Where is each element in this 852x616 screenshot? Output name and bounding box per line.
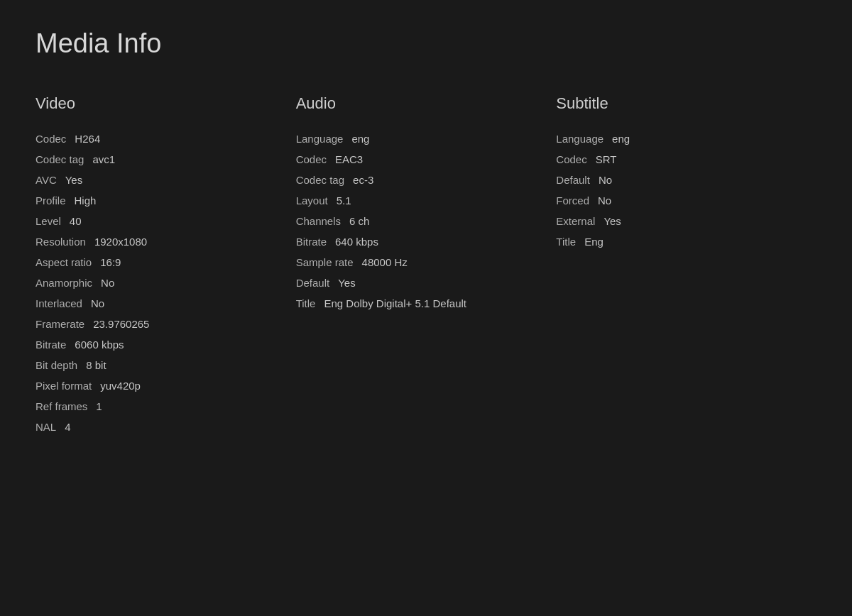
table-row: Ref frames1 <box>36 400 296 412</box>
info-value: yuv420p <box>100 380 141 392</box>
video-column: Video CodecH264Codec tagavc1AVCYesProfil… <box>36 94 296 441</box>
info-label: Bit depth <box>36 359 77 371</box>
table-row: AVCYes <box>36 174 296 186</box>
table-row: Languageeng <box>296 133 557 145</box>
info-value: 48000 Hz <box>362 256 408 268</box>
info-value: SRT <box>596 153 617 165</box>
info-label: Sample rate <box>296 256 354 268</box>
main-columns: Video CodecH264Codec tagavc1AVCYesProfil… <box>36 94 816 441</box>
info-label: Codec <box>556 153 586 165</box>
page-title: Media Info <box>36 28 816 59</box>
table-row: AnamorphicNo <box>36 277 296 289</box>
table-row: CodecSRT <box>556 153 816 165</box>
info-value: No <box>91 297 104 309</box>
info-label: Language <box>296 133 344 145</box>
info-value: 23.9760265 <box>93 318 149 330</box>
info-label: Resolution <box>36 236 86 248</box>
info-label: Channels <box>296 215 341 227</box>
info-label: Framerate <box>36 318 84 330</box>
info-label: Title <box>556 236 576 248</box>
info-label: Codec <box>296 153 327 165</box>
table-row: ForcedNo <box>556 194 816 207</box>
info-label: AVC <box>36 174 57 186</box>
subtitle-fields: LanguageengCodecSRTDefaultNoForcedNoExte… <box>556 133 816 248</box>
info-label: Anamorphic <box>36 277 92 289</box>
info-value: ec-3 <box>353 174 373 186</box>
info-value: 1920x1080 <box>94 236 147 248</box>
info-label: Level <box>36 215 61 227</box>
info-value: H264 <box>75 133 100 145</box>
table-row: Bitrate640 kbps <box>296 236 557 248</box>
info-value: 40 <box>70 215 82 227</box>
table-row: TitleEng Dolby Digital+ 5.1 Default <box>296 297 557 309</box>
table-row: DefaultYes <box>296 277 557 289</box>
info-value: Eng Dolby Digital+ 5.1 Default <box>324 297 466 309</box>
subtitle-column: Subtitle LanguageengCodecSRTDefaultNoFor… <box>556 94 816 256</box>
info-label: Forced <box>556 194 589 207</box>
table-row: Aspect ratio16:9 <box>36 256 296 268</box>
table-row: Bitrate6060 kbps <box>36 339 296 351</box>
video-heading: Video <box>36 94 296 113</box>
table-row: DefaultNo <box>556 174 816 186</box>
table-row: CodecH264 <box>36 133 296 145</box>
table-row: Sample rate48000 Hz <box>296 256 557 268</box>
info-value: 5.1 <box>337 194 351 207</box>
info-value: No <box>598 194 611 207</box>
info-label: Profile <box>36 194 66 207</box>
info-label: Language <box>556 133 604 145</box>
video-fields: CodecH264Codec tagavc1AVCYesProfileHighL… <box>36 133 296 433</box>
info-label: Aspect ratio <box>36 256 92 268</box>
audio-heading: Audio <box>296 94 557 113</box>
info-value: 4 <box>65 421 70 433</box>
info-value: eng <box>351 133 369 145</box>
info-value: 16:9 <box>100 256 121 268</box>
table-row: Bit depth8 bit <box>36 359 296 371</box>
audio-fields: LanguageengCodecEAC3Codec tagec-3Layout5… <box>296 133 557 309</box>
table-row: Pixel formatyuv420p <box>36 380 296 392</box>
table-row: Resolution1920x1080 <box>36 236 296 248</box>
info-value: 8 bit <box>86 359 106 371</box>
info-label: Title <box>296 297 316 309</box>
info-label: Bitrate <box>296 236 327 248</box>
table-row: CodecEAC3 <box>296 153 557 165</box>
table-row: InterlacedNo <box>36 297 296 309</box>
table-row: Level40 <box>36 215 296 227</box>
table-row: TitleEng <box>556 236 816 248</box>
info-label: Pixel format <box>36 380 92 392</box>
info-value: eng <box>612 133 630 145</box>
info-value: Yes <box>604 215 621 227</box>
info-label: Codec tag <box>36 153 84 165</box>
info-label: Interlaced <box>36 297 82 309</box>
table-row: Layout5.1 <box>296 194 557 207</box>
table-row: ProfileHigh <box>36 194 296 207</box>
info-label: Bitrate <box>36 339 66 351</box>
info-label: NAL <box>36 421 56 433</box>
info-label: Layout <box>296 194 328 207</box>
info-value: High <box>75 194 97 207</box>
info-value: 6060 kbps <box>75 339 124 351</box>
info-value: avc1 <box>92 153 115 165</box>
info-value: Yes <box>338 277 355 289</box>
table-row: Channels6 ch <box>296 215 557 227</box>
table-row: Codec tagavc1 <box>36 153 296 165</box>
info-value: 640 kbps <box>335 236 378 248</box>
info-label: Default <box>296 277 330 289</box>
info-label: Codec <box>36 133 66 145</box>
table-row: Framerate23.9760265 <box>36 318 296 330</box>
audio-column: Audio LanguageengCodecEAC3Codec tagec-3L… <box>296 94 557 318</box>
info-label: Default <box>556 174 590 186</box>
table-row: NAL4 <box>36 421 296 433</box>
info-value: No <box>101 277 114 289</box>
info-label: Ref frames <box>36 400 87 412</box>
info-value: 1 <box>96 400 102 412</box>
table-row: ExternalYes <box>556 215 816 227</box>
info-label: Codec tag <box>296 174 344 186</box>
info-label: External <box>556 215 595 227</box>
table-row: Languageeng <box>556 133 816 145</box>
table-row: Codec tagec-3 <box>296 174 557 186</box>
subtitle-heading: Subtitle <box>556 94 816 113</box>
info-value: Yes <box>65 174 82 186</box>
info-value: EAC3 <box>335 153 363 165</box>
info-value: No <box>599 174 612 186</box>
info-value: 6 ch <box>349 215 369 227</box>
